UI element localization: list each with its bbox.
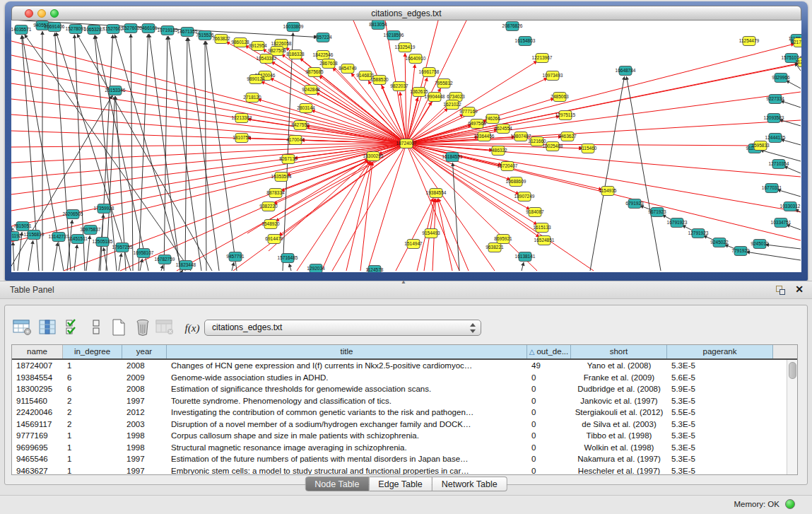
graph-node[interactable]: 1810755 bbox=[233, 134, 251, 143]
graph-node[interactable]: 20206505 bbox=[63, 210, 83, 219]
table-cell[interactable]: 18724007 bbox=[12, 360, 63, 372]
graph-node[interactable]: 10688609 bbox=[506, 177, 526, 187]
graph-node[interactable]: 6914479 bbox=[265, 235, 283, 244]
table-scrollbar-thumb[interactable] bbox=[789, 362, 796, 379]
table-cell[interactable]: de Silva et al. (2003) bbox=[571, 419, 667, 431]
graph-node[interactable]: 2803144 bbox=[297, 104, 315, 113]
graph-node[interactable]: 8427552 bbox=[291, 121, 310, 130]
table-cell[interactable]: Changes of HCN gene expression and I(f) … bbox=[167, 360, 527, 372]
table-cell[interactable]: 2012 bbox=[122, 407, 167, 419]
table-cell[interactable]: 1 bbox=[63, 442, 122, 454]
graph-node[interactable]: 746266 bbox=[485, 115, 500, 124]
graph-node[interactable]: 15278093 bbox=[66, 25, 86, 34]
graph-node[interactable]: 9860128 bbox=[231, 38, 249, 47]
graph-node[interactable]: 7486322 bbox=[489, 146, 507, 156]
column-header-out_de[interactable]: △out_de... bbox=[527, 345, 571, 358]
graph-node[interactable]: 16154803 bbox=[515, 37, 536, 46]
graph-node[interactable]: 8878334 bbox=[266, 189, 285, 198]
graph-node[interactable]: 9777169 bbox=[459, 107, 478, 117]
graph-node[interactable]: 8912954 bbox=[249, 42, 267, 51]
graph-node[interactable]: 15716485 bbox=[278, 254, 298, 263]
table-cell[interactable]: 2 bbox=[63, 395, 122, 407]
table-cell[interactable]: Tourette syndrome. Phenomenology and cla… bbox=[167, 395, 527, 407]
graph-node[interactable]: 2867608 bbox=[319, 59, 338, 69]
graph-node[interactable]: 16640910 bbox=[406, 54, 426, 64]
graph-node[interactable]: 9463627 bbox=[558, 132, 577, 141]
table-cell[interactable]: Disruption of a novel member of a sodium… bbox=[167, 419, 527, 431]
table-cell[interactable]: 5.3E-5 bbox=[667, 442, 773, 454]
table-cell[interactable]: Yano et al. (2008) bbox=[571, 360, 667, 372]
graph-node[interactable]: 11254479 bbox=[739, 37, 760, 46]
table-cell[interactable]: Corpus callosum shape and size in male p… bbox=[167, 430, 527, 442]
graph-node[interactable]: 10719185 bbox=[158, 26, 178, 35]
column-header-name[interactable]: name bbox=[12, 345, 63, 358]
graph-node[interactable]: 9245012 bbox=[751, 240, 769, 249]
table-cell[interactable]: 19384554 bbox=[12, 372, 63, 384]
graph-node[interactable]: 12213363 bbox=[232, 114, 252, 123]
graph-node[interactable]: 9671923 bbox=[648, 208, 666, 217]
table-selector-dropdown[interactable]: citations_edges.txt bbox=[204, 320, 481, 336]
table-cell[interactable]: 1997 bbox=[122, 465, 167, 476]
network-canvas[interactable]: 1403557194055722069140615278093106532871… bbox=[11, 21, 801, 272]
table-row[interactable]: 1938455462009Genome-wide association stu… bbox=[12, 372, 787, 384]
graph-node[interactable]: 13325419 bbox=[395, 43, 416, 52]
table-row[interactable]: 1456911722003Disruption of a novel membe… bbox=[12, 419, 787, 431]
table-cell[interactable]: Dudbridge et al. (2008) bbox=[571, 383, 667, 395]
table-scrollbar[interactable] bbox=[787, 360, 797, 474]
table-row[interactable]: 977716911998Corpus callosum shape and si… bbox=[12, 430, 787, 442]
graph-node[interactable]: 15353594 bbox=[271, 173, 292, 182]
graph-node[interactable]: 19384554 bbox=[426, 189, 447, 198]
graph-node[interactable]: 16524851 bbox=[534, 236, 555, 245]
graph-node[interactable]: 9638221 bbox=[486, 243, 504, 252]
graph-node[interactable]: 6497568 bbox=[468, 119, 486, 129]
graph-node[interactable]: 1615133 bbox=[533, 223, 551, 233]
table-cell[interactable]: 9465546 bbox=[12, 453, 63, 465]
table-cell[interactable]: 0 bbox=[527, 383, 571, 395]
table-cell[interactable]: 5.3E-5 bbox=[667, 395, 773, 407]
table-cell[interactable]: 6 bbox=[63, 383, 122, 395]
table-cell[interactable]: 2008 bbox=[122, 383, 167, 395]
table-cell[interactable]: 2009 bbox=[122, 372, 167, 384]
tab-node-table[interactable]: Node Table bbox=[305, 477, 369, 491]
graph-node[interactable]: 14671355 bbox=[177, 28, 198, 37]
graph-node[interactable]: 7955812 bbox=[435, 79, 453, 88]
table-cell[interactable]: 1 bbox=[63, 465, 122, 476]
table-mode-button[interactable] bbox=[12, 318, 33, 338]
delete-table-button[interactable] bbox=[155, 318, 176, 338]
graph-node[interactable]: 16648784 bbox=[616, 66, 636, 76]
table-cell[interactable]: Nakamura et al. (1997) bbox=[571, 453, 667, 465]
create-column-button[interactable] bbox=[108, 318, 129, 338]
graph-node[interactable]: 16958107 bbox=[134, 249, 154, 258]
graph-node[interactable]: 3624554 bbox=[494, 124, 512, 134]
table-cell[interactable]: 0 bbox=[527, 465, 571, 476]
table-cell[interactable]: 9777169 bbox=[12, 430, 63, 442]
graph-node[interactable]: 1124578 bbox=[366, 266, 384, 273]
graph-node[interactable]: 9242848 bbox=[302, 86, 320, 95]
float-panel-icon[interactable] bbox=[776, 286, 787, 296]
graph-node[interactable]: 3121660 bbox=[528, 137, 546, 146]
graph-node[interactable]: 12975115 bbox=[555, 111, 576, 120]
graph-node[interactable]: 19218596 bbox=[384, 31, 404, 40]
table-cell[interactable]: 0 bbox=[527, 395, 571, 407]
delete-columns-button[interactable] bbox=[132, 318, 153, 338]
table-cell[interactable]: 5.3E-5 bbox=[667, 360, 773, 372]
graph-node[interactable]: 7791923 bbox=[731, 247, 750, 256]
table-cell[interactable]: 1998 bbox=[122, 442, 167, 454]
graph-node[interactable]: 20876826 bbox=[502, 22, 523, 31]
graph-node[interactable]: 1621022 bbox=[443, 100, 461, 110]
table-cell[interactable]: Genome-wide association studies in ADHD. bbox=[167, 372, 527, 384]
graph-node[interactable]: 9329966 bbox=[772, 74, 790, 83]
graph-node[interactable]: 7515526 bbox=[196, 31, 214, 40]
graph-node[interactable]: 14035571 bbox=[11, 25, 32, 35]
table-cell[interactable]: 9115460 bbox=[12, 395, 63, 407]
table-cell[interactable]: 5.3E-5 bbox=[667, 453, 773, 465]
graph-node[interactable]: 7663822 bbox=[212, 35, 230, 44]
graph-node[interactable]: 1292034 bbox=[307, 264, 325, 273]
column-header-short[interactable]: short bbox=[571, 345, 667, 358]
row-options-button[interactable] bbox=[86, 318, 107, 338]
graph-node[interactable]: 16138141 bbox=[515, 252, 536, 262]
table-cell[interactable]: 1998 bbox=[122, 430, 167, 442]
table-cell[interactable]: 49 bbox=[527, 360, 571, 372]
graph-node[interactable]: 9115460 bbox=[579, 144, 597, 153]
table-cell[interactable]: 2003 bbox=[122, 419, 167, 431]
